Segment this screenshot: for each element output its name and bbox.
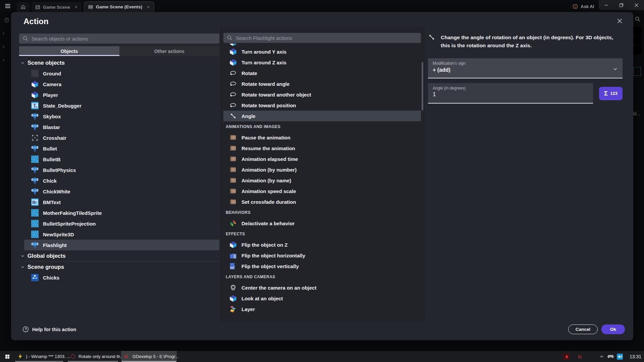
action-row[interactable]: Animation (by number) — [223, 164, 421, 175]
volume-icon[interactable] — [617, 354, 623, 360]
bitmap-text-icon: BF — [31, 198, 39, 206]
help-link[interactable]: ? Help for this action — [22, 326, 76, 333]
taskbar-button-label: Rotate only around th... — [78, 354, 124, 359]
taskbar: ) - Winamp *** 1303. ... Rotate only aro… — [0, 351, 644, 362]
action-row[interactable]: Pause the animation — [223, 132, 421, 143]
svg-text:?: ? — [25, 327, 27, 331]
close-tab-icon[interactable] — [146, 5, 150, 9]
object-row[interactable]: ChickWhite — [24, 186, 219, 197]
gamepad-icon[interactable] — [607, 354, 614, 359]
action-row-selected[interactable]: Angle — [223, 111, 421, 121]
scrollbar-thumb[interactable] — [422, 62, 423, 111]
object-row[interactable]: Camera — [24, 79, 219, 89]
action-row[interactable]: Flip the object vertically — [223, 261, 421, 272]
action-label: Turn around Z axis — [241, 60, 286, 65]
action-row[interactable]: De/activate a behavior — [223, 218, 421, 229]
object-row[interactable]: BulletPhysics — [24, 165, 219, 175]
action-row[interactable]: Set crossfade duration — [223, 196, 421, 207]
action-row[interactable]: Animation elapsed time — [223, 154, 421, 164]
angle-arrow-icon — [428, 34, 435, 50]
action-label: Turn around Y axis — [241, 49, 286, 55]
action-label: Set crossfade duration — [241, 199, 296, 205]
object-row[interactable]: Chick — [24, 175, 219, 186]
expression-editor-button[interactable]: Σ 123 — [599, 87, 623, 100]
action-row[interactable]: Rotate toward another object — [223, 89, 421, 100]
object-row[interactable]: MotherFakingTiledSprite — [24, 207, 219, 218]
tab-game-scene-events[interactable]: Game Scene (Events) — [84, 1, 154, 12]
objects-search-input[interactable] — [32, 36, 216, 42]
close-tab-icon[interactable] — [74, 5, 78, 9]
tiled-sprite-icon — [31, 209, 39, 217]
object-row[interactable]: NewSprite3D — [24, 229, 219, 240]
menu-hamburger-icon[interactable] — [4, 3, 11, 9]
cube-3d-icon — [229, 48, 237, 55]
object-row[interactable]: BFBMText — [24, 197, 219, 207]
system-tray: 0 G 13:31 — [563, 351, 644, 362]
action-section-header: EFFECTS — [223, 229, 421, 239]
action-row[interactable]: Resume the animation — [223, 143, 421, 154]
tab-home[interactable] — [17, 2, 30, 12]
section-global-objects[interactable]: Global objects — [19, 250, 219, 261]
objects-tabs: Objects Other actions — [19, 46, 219, 56]
field-label: Modification's sign — [433, 61, 618, 66]
close-window-button[interactable] — [629, 0, 644, 10]
angle-input[interactable] — [433, 91, 588, 98]
action-row[interactable]: Turn around Y axis — [223, 46, 421, 57]
object-row[interactable]: Skybox — [24, 111, 219, 122]
action-row[interactable]: Rotate toward angle — [223, 78, 421, 89]
object-label: BMText — [43, 199, 61, 205]
object-row-selected[interactable]: Flashlight — [24, 240, 219, 250]
action-row[interactable]: Animation (by name) — [223, 175, 421, 186]
action-row[interactable]: Rotate — [223, 68, 421, 78]
object-row[interactable]: BulletSpriteProjection — [24, 218, 219, 229]
object-row[interactable]: Blastar — [24, 122, 219, 132]
action-row[interactable]: Animation speed scale — [223, 186, 421, 196]
minimize-button[interactable] — [599, 0, 614, 10]
action-row[interactable]: Flip the object horizontally — [223, 250, 421, 261]
group-row[interactable]: Chicks — [24, 272, 219, 283]
tab-game-scene[interactable]: Game Scene — [32, 2, 82, 12]
action-row[interactable]: Look at an object — [223, 293, 421, 304]
rotate-icon — [229, 80, 237, 87]
winamp-clutterbar-icon[interactable]: 0 — [563, 354, 570, 360]
object-row[interactable]: BulletB — [24, 154, 219, 165]
angle-field[interactable]: Angle (in degrees) — [428, 83, 593, 104]
section-scene-objects[interactable]: Scene objects — [19, 57, 219, 68]
taskbar-button-rotate[interactable]: Rotate only around th... — [67, 351, 119, 362]
camera-lens-icon — [229, 284, 237, 291]
ok-button[interactable]: Ok — [601, 324, 625, 334]
restore-button[interactable] — [614, 0, 629, 10]
action-row[interactable]: Flip the object on Z — [223, 239, 421, 250]
help-label: Help for this action — [32, 327, 76, 332]
object-row[interactable]: TxState_Debugger — [24, 100, 219, 111]
close-dialog-icon[interactable] — [616, 17, 623, 24]
action-row[interactable]: Center the camera on an object — [223, 282, 421, 293]
object-row[interactable]: Ground — [24, 68, 219, 79]
actions-search-input[interactable] — [236, 35, 418, 41]
modification-sign-select[interactable]: Modification's sign + (add) — [428, 58, 623, 78]
object-row[interactable]: Player — [24, 89, 219, 100]
sigma-icon: Σ — [604, 90, 608, 97]
action-row[interactable]: Rotate toward position — [223, 100, 421, 111]
taskbar-button-gdevelop[interactable]: G GDevelop 5 - E:\Progr... — [121, 351, 177, 362]
start-button[interactable] — [0, 351, 14, 362]
action-label: Resume the animation — [241, 145, 295, 151]
objects-search[interactable] — [19, 34, 219, 44]
object-label: Camera — [43, 81, 61, 87]
object-row[interactable]: Crosshair — [24, 132, 219, 143]
actions-search[interactable] — [223, 33, 421, 43]
tab-other-actions[interactable]: Other actions — [119, 46, 220, 56]
action-row[interactable]: Turn around Z axis — [223, 57, 421, 68]
taskbar-button-label: ) - Winamp *** 1303. ... — [26, 354, 70, 359]
cancel-button[interactable]: Cancel — [568, 324, 598, 334]
gdevelop-tray-icon[interactable]: G — [578, 354, 583, 359]
section-scene-groups[interactable]: Scene groups — [19, 261, 219, 272]
tray-chevron-up-icon[interactable] — [599, 354, 604, 359]
action-row[interactable]: Layer — [223, 304, 421, 314]
ask-ai-button[interactable]: Ask AI — [572, 3, 594, 9]
taskbar-button-winamp[interactable]: ) - Winamp *** 1303. ... — [14, 351, 64, 362]
objects-tree: Scene objects Ground Camera Player TxSta… — [19, 57, 219, 283]
clock[interactable]: 13:31 — [627, 354, 641, 359]
object-row[interactable]: Bullet — [24, 143, 219, 154]
tab-objects[interactable]: Objects — [19, 46, 119, 56]
